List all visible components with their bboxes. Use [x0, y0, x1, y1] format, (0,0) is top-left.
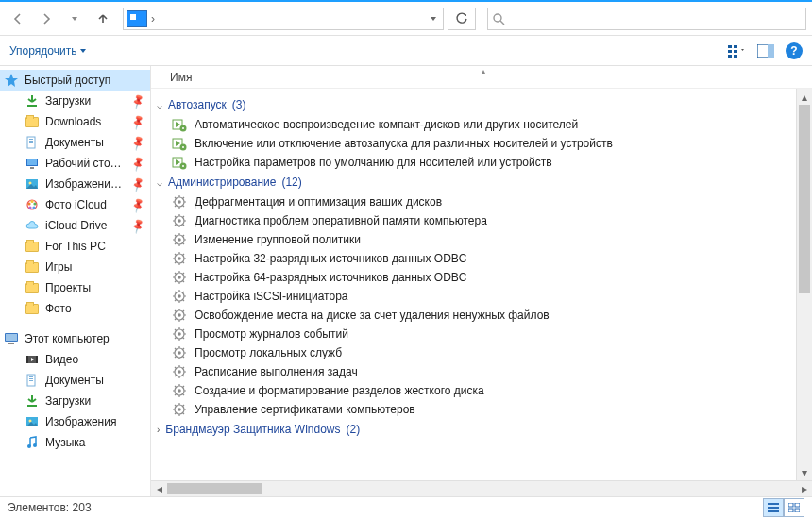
scroll-left-button[interactable]: ◂: [151, 482, 167, 495]
recent-locations-button[interactable]: [62, 7, 87, 31]
sidebar-item[interactable]: Документы: [0, 370, 150, 391]
list-item[interactable]: Настройка 32-разрядных источников данных…: [151, 249, 796, 268]
up-button[interactable]: [91, 7, 115, 31]
svg-point-0: [494, 14, 501, 22]
scroll-up-button[interactable]: ▴: [797, 89, 812, 105]
svg-rect-14: [29, 142, 33, 143]
gear-icon: [172, 326, 187, 342]
folder-icon: [25, 239, 40, 254]
view-details-button[interactable]: [763, 498, 784, 517]
svg-line-115: [183, 319, 185, 321]
gear-icon: [172, 308, 187, 323]
svg-rect-169: [770, 503, 779, 505]
scroll-thumb[interactable]: [799, 105, 810, 293]
music-icon: [25, 435, 40, 450]
address-bar[interactable]: ›: [123, 8, 444, 30]
forward-button[interactable]: [34, 7, 59, 31]
vertical-scrollbar[interactable]: ▴ ▾: [796, 89, 812, 480]
svg-line-66: [175, 225, 177, 226]
list-item[interactable]: Управление сертификатами компьютеров: [151, 400, 796, 419]
svg-rect-34: [29, 378, 33, 379]
list-item[interactable]: Расписание выполнения задач: [151, 362, 796, 381]
sidebar-item[interactable]: Рабочий сто…📌: [0, 153, 150, 174]
list-item[interactable]: Создание и форматирование разделов жестк…: [151, 381, 796, 400]
sidebar-item[interactable]: Проекты: [0, 277, 150, 298]
preview-pane-button[interactable]: [752, 40, 780, 62]
item-label: Настройка параметров по умолчанию для но…: [195, 156, 552, 169]
sidebar-item[interactable]: For This PC: [0, 236, 150, 257]
group-header[interactable]: ›Брандмауэр Защитника Windows (2): [151, 419, 796, 440]
scroll-track[interactable]: [167, 481, 796, 496]
sidebar-item[interactable]: iCloud Drive📌: [0, 215, 150, 236]
organize-label: Упорядочить: [9, 44, 76, 58]
help-button[interactable]: ?: [786, 42, 803, 59]
view-options-button[interactable]: [723, 40, 752, 62]
icloud-photo-icon: [25, 197, 40, 212]
sidebar-item[interactable]: Изображения: [0, 411, 150, 432]
back-button[interactable]: [6, 7, 30, 31]
sidebar-item[interactable]: Downloads📌: [0, 111, 150, 132]
list-item[interactable]: Включение или отключение автозапуска для…: [151, 134, 796, 153]
scroll-track[interactable]: [797, 105, 812, 464]
list-item[interactable]: Дефрагментация и оптимизация ваших диско…: [151, 192, 796, 211]
scroll-thumb[interactable]: [167, 483, 262, 494]
docs-icon: [25, 373, 40, 388]
list-item[interactable]: Диагностика проблем оперативной памяти к…: [151, 211, 796, 230]
item-label: Расписание выполнения задач: [195, 365, 358, 378]
sidebar-item[interactable]: Фото: [0, 298, 150, 319]
svg-point-23: [32, 206, 35, 209]
sidebar-item[interactable]: Загрузки📌: [0, 91, 150, 111]
sidebar-this-pc[interactable]: Этот компьютер: [0, 328, 150, 349]
item-label: Включение или отключение автозапуска для…: [195, 137, 613, 150]
pictures-icon: [25, 176, 40, 192]
svg-rect-172: [768, 510, 770, 512]
sidebar-item[interactable]: Видео: [0, 349, 150, 370]
svg-line-77: [183, 235, 185, 237]
column-header-name[interactable]: ▴ Имя: [151, 66, 812, 89]
svg-line-74: [175, 235, 177, 237]
search-input[interactable]: [505, 12, 805, 25]
horizontal-scrollbar[interactable]: ◂ ▸: [151, 480, 812, 496]
sidebar-item[interactable]: Музыка: [0, 432, 150, 453]
scroll-down-button[interactable]: ▾: [797, 464, 812, 480]
svg-point-129: [178, 351, 181, 355]
list-item[interactable]: Просмотр журналов событий: [151, 325, 796, 343]
sidebar-item[interactable]: Загрузки: [0, 391, 150, 411]
sidebar-item-label: Изображения: [45, 415, 116, 428]
sidebar-item[interactable]: Изображени…📌: [0, 174, 150, 194]
organize-menu[interactable]: Упорядочить: [9, 44, 86, 58]
item-label: Настройка iSCSI-инициатора: [195, 290, 347, 303]
svg-point-119: [178, 332, 181, 336]
sort-indicator-icon: ▴: [482, 67, 485, 75]
scroll-right-button[interactable]: ▸: [796, 482, 812, 495]
svg-rect-31: [36, 356, 38, 363]
sidebar-item[interactable]: Документы📌: [0, 132, 150, 153]
sidebar-item[interactable]: Игры: [0, 257, 150, 277]
svg-rect-4: [728, 55, 732, 58]
svg-line-155: [183, 394, 185, 396]
group-header[interactable]: ⌵Администрирование (12): [151, 172, 796, 192]
sidebar-item-label: Игры: [45, 260, 72, 274]
address-dropdown[interactable]: [424, 17, 443, 21]
refresh-button[interactable]: [448, 8, 476, 30]
view-large-icons-button[interactable]: [784, 498, 804, 517]
list-item[interactable]: Изменение групповой политики: [151, 230, 796, 249]
list-item[interactable]: Настройка 64-разрядных источников данных…: [151, 268, 796, 287]
svg-line-137: [183, 348, 185, 350]
svg-line-166: [175, 413, 177, 415]
sidebar-item[interactable]: Фото iCloud📌: [0, 194, 150, 215]
download-icon: [25, 393, 40, 409]
gear-icon: [172, 345, 187, 360]
sidebar-item-label: Изображени…: [45, 177, 122, 191]
search-box[interactable]: [487, 8, 806, 30]
sidebar-quick-access[interactable]: Быстрый доступ: [0, 70, 150, 91]
svg-point-38: [29, 420, 32, 423]
list-item[interactable]: Настройка параметров по умолчанию для но…: [151, 153, 796, 172]
group-name: Администрирование: [168, 175, 276, 189]
list-item[interactable]: Освобождение места на диске за счет удал…: [151, 306, 796, 325]
list-item[interactable]: Просмотр локальных служб: [151, 343, 796, 362]
list-item[interactable]: Автоматическое воспроизведение компакт-д…: [151, 115, 796, 134]
svg-rect-9: [768, 44, 774, 58]
group-header[interactable]: ⌵Автозапуск (3): [151, 94, 796, 115]
list-item[interactable]: Настройка iSCSI-инициатора: [151, 287, 796, 306]
